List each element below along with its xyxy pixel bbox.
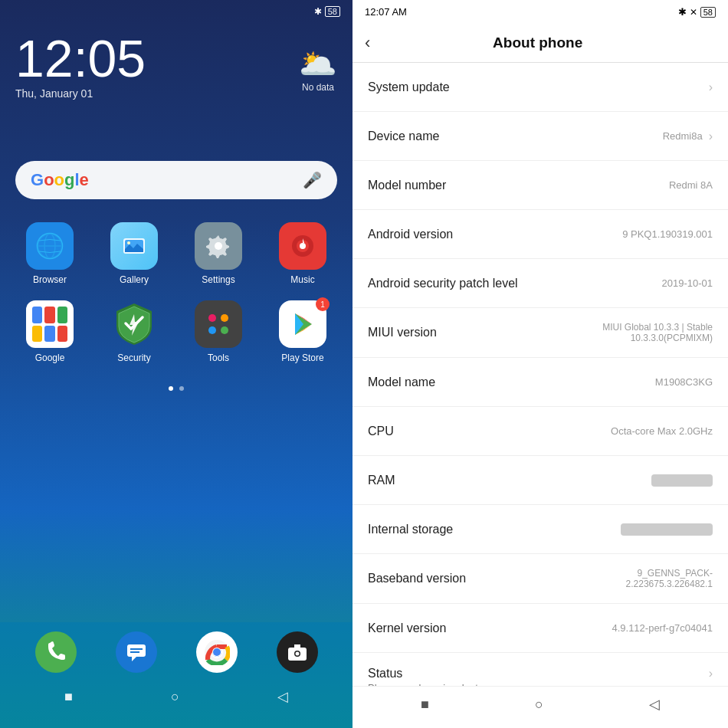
- google-logo: Google: [31, 170, 89, 190]
- tools-label: Tools: [208, 353, 229, 363]
- setting-label-miui-version: MIUI version: [368, 326, 559, 339]
- settings-label: Settings: [202, 274, 234, 285]
- setting-label-model-name: Model name: [368, 375, 655, 389]
- nav-square-right[interactable]: ■: [421, 697, 429, 713]
- svg-point-34: [295, 652, 299, 656]
- setting-miui-version: MIUI version MIUI Global 10.3.3 | Stable…: [353, 308, 728, 358]
- setting-right-kernel: 4.9.112-perf-g7c04041: [612, 622, 713, 634]
- setting-value-cpu: Octa-core Max 2.0GHz: [611, 425, 713, 437]
- dot-2: [179, 386, 184, 391]
- setting-right-miui-version: MIUI Global 10.3.3 | Stable 10.3.3.0(PCP…: [559, 322, 713, 343]
- app-music[interactable]: ♪ Music: [268, 222, 337, 285]
- app-playstore[interactable]: 1 Play Store: [268, 300, 337, 363]
- nav-square-left[interactable]: ■: [64, 689, 73, 705]
- setting-value-miui-version: MIUI Global 10.3.3 | Stable 10.3.3.0(PCP…: [559, 322, 713, 343]
- setting-label-model-number: Model number: [368, 179, 669, 192]
- security-icon: [110, 300, 158, 348]
- app-settings[interactable]: Settings: [184, 222, 253, 285]
- browser-icon: [26, 222, 74, 270]
- dock: ■ ○ ◁: [0, 622, 353, 728]
- nav-back-left[interactable]: ◁: [277, 688, 288, 705]
- app-security[interactable]: Security: [100, 300, 169, 363]
- playstore-label: Play Store: [281, 353, 323, 363]
- setting-right-ram: [651, 474, 713, 487]
- weather-widget: 🌥️ No data: [299, 46, 337, 93]
- browser-label: Browser: [33, 274, 67, 285]
- setting-value-ram: [651, 474, 713, 487]
- battery-icon-left: 58: [325, 6, 340, 17]
- setting-value-kernel: 4.9.112-perf-g7c04041: [612, 622, 713, 634]
- setting-label-cpu: CPU: [368, 425, 611, 438]
- setting-baseband: Baseband version 9_GENNS_PACK-2.223675.3…: [353, 554, 728, 604]
- dock-chrome[interactable]: [196, 631, 238, 673]
- nav-circle-left[interactable]: ○: [171, 689, 179, 705]
- google-label: Google: [35, 353, 65, 363]
- setting-device-name[interactable]: Device name Redmi8a ›: [353, 112, 728, 161]
- playstore-badge: 1: [316, 297, 330, 311]
- app-tools[interactable]: Tools: [184, 300, 253, 363]
- setting-ram: RAM: [353, 456, 728, 505]
- dot-1: [169, 386, 173, 391]
- setting-right-cpu: Octa-core Max 2.0GHz: [611, 425, 713, 437]
- svg-point-6: [127, 241, 130, 244]
- top-bar-right: ‹ About phone: [353, 24, 728, 63]
- svg-rect-23: [127, 644, 146, 657]
- dock-phone[interactable]: [35, 631, 77, 673]
- weather-text: No data: [302, 82, 334, 93]
- svg-marker-32: [294, 644, 300, 648]
- time-right: 12:07 AM: [365, 6, 407, 18]
- date-display: Thu, January 01: [15, 87, 337, 100]
- mic-icon[interactable]: 🎤: [303, 171, 322, 189]
- security-label: Security: [117, 353, 150, 363]
- setting-value-model-name: M1908C3KG: [655, 376, 713, 388]
- svg-rect-17: [209, 327, 215, 333]
- setting-value-baseband: 9_GENNS_PACK-2.223675.3.226482.1: [559, 568, 713, 589]
- setting-model-name: Model name M1908C3KG: [353, 358, 728, 407]
- app-browser[interactable]: Browser: [15, 222, 84, 285]
- setting-label-internal-storage: Internal storage: [368, 523, 621, 536]
- dock-camera[interactable]: [277, 631, 318, 673]
- app-grid: Browser Gallery Settings: [0, 199, 353, 363]
- setting-value-model-number: Redmi 8A: [669, 179, 713, 191]
- svg-marker-24: [132, 657, 136, 661]
- weather-icon: 🌥️: [299, 46, 337, 82]
- nav-bar-left: ■ ○ ◁: [15, 688, 337, 705]
- google-app-icon: [26, 300, 74, 348]
- svg-rect-16: [221, 315, 228, 321]
- setting-label-status: Status: [368, 667, 709, 680]
- gallery-icon: [110, 222, 158, 270]
- music-icon: ♪: [279, 222, 326, 270]
- svg-rect-18: [221, 327, 228, 333]
- dock-messages[interactable]: [116, 631, 157, 673]
- nav-back-right[interactable]: ◁: [649, 696, 660, 713]
- setting-status[interactable]: Status › Phone number, signal, etc.: [353, 653, 728, 686]
- settings-list: System update › Device name Redmi8a › Mo…: [353, 63, 728, 686]
- setting-right-system-update: ›: [709, 80, 713, 94]
- music-label: Music: [290, 274, 314, 285]
- back-button[interactable]: ‹: [365, 33, 370, 53]
- google-search-bar[interactable]: Google 🎤: [15, 161, 337, 199]
- setting-right-baseband: 9_GENNS_PACK-2.223675.3.226482.1: [559, 568, 713, 589]
- nav-circle-right[interactable]: ○: [535, 697, 543, 713]
- x-icon-right: ✕: [690, 7, 697, 18]
- app-gallery[interactable]: Gallery: [100, 222, 169, 285]
- setting-label-android-version: Android version: [368, 228, 622, 241]
- setting-right-security-patch: 2019-10-01: [662, 277, 713, 289]
- setting-label-baseband: Baseband version: [368, 572, 559, 585]
- tools-icon: [195, 300, 242, 348]
- svg-rect-15: [209, 315, 215, 321]
- setting-value-android-version: 9 PKQ1.190319.001: [622, 228, 713, 240]
- app-google[interactable]: Google: [15, 300, 84, 363]
- setting-label-security-patch: Android security patch level: [368, 277, 662, 290]
- status-icons-right: ✱ ✕ 58: [678, 6, 716, 18]
- svg-point-3: [38, 234, 62, 258]
- clock-display: 12:05: [15, 32, 337, 84]
- status-icons-left: ✱ 58: [314, 6, 340, 17]
- bluetooth-icon-right: ✱: [678, 6, 687, 18]
- setting-system-update[interactable]: System update ›: [353, 63, 728, 112]
- chevron-device-name: ›: [709, 130, 713, 143]
- setting-label-ram: RAM: [368, 474, 651, 487]
- bluetooth-icon-left: ✱: [314, 6, 322, 17]
- status-bar-left: ✱ 58: [0, 0, 353, 17]
- about-phone-screen: 12:07 AM ✱ ✕ 58 ‹ About phone System upd…: [353, 0, 728, 728]
